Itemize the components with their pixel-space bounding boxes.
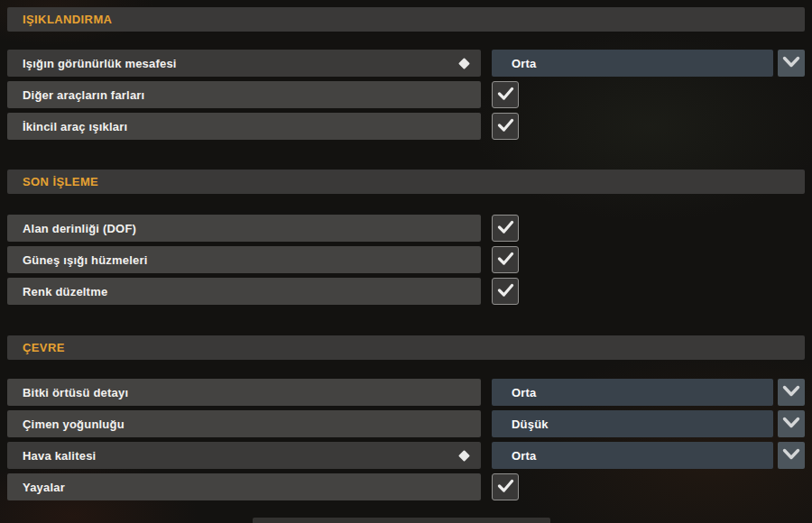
depth-of-field-checkbox[interactable] [492,215,519,242]
setting-control: Orta [492,442,805,469]
secondary-vehicle-lights-checkbox[interactable] [492,113,519,140]
setting-vegetation-detail[interactable]: Bitki örtüsü detayı [7,379,481,406]
setting-row: Işığın görünürlük mesafesi Orta [7,50,805,77]
setting-color-correction[interactable]: Renk düzeltme [7,278,481,305]
checkmark-icon [497,283,514,300]
section-lighting: IŞIKLANDIRMA Işığın görünürlük mesafesi … [7,7,805,140]
weather-quality-dropdown[interactable]: Orta [492,442,773,469]
section-title: SON İŞLEME [23,175,98,188]
setting-row: Çimen yoğunluğu Düşük [7,410,805,437]
setting-light-visibility-distance[interactable]: Işığın görünürlük mesafesi [7,50,481,77]
setting-sun-rays[interactable]: Güneş ışığı hüzmeleri [7,246,481,273]
dropdown-value: Orta [512,449,537,463]
setting-secondary-vehicle-lights[interactable]: İkincil araç ışıkları [7,113,481,140]
dropdown-value: Düşük [512,417,549,431]
setting-control: Düşük [492,410,805,437]
light-visibility-distance-dropdown[interactable]: Orta [492,50,773,77]
setting-label: Güneş ışığı hüzmeleri [23,253,148,267]
setting-label: Yayalar [23,481,65,494]
setting-pedestrians[interactable]: Yayalar [7,473,481,500]
setting-control: Orta [492,50,805,77]
dropdown-value: Orta [512,57,537,70]
checkmark-icon [497,87,514,104]
section-header-environment: ÇEVRE [7,335,805,360]
setting-label: Renk düzeltme [23,285,107,298]
color-correction-checkbox[interactable] [492,278,519,305]
checkmark-icon [497,220,514,237]
setting-control [492,113,519,140]
settings-screen: IŞIKLANDIRMA Işığın görünürlük mesafesi … [0,0,812,523]
setting-row: Yayalar [7,473,805,500]
dropdown-value: Orta [512,386,537,399]
checkmark-icon [497,479,514,496]
section-title: IŞIKLANDIRMA [23,13,112,26]
setting-control [492,215,519,242]
setting-label: Diğer araçların farları [23,88,144,102]
setting-row: Güneş ışığı hüzmeleri [7,246,805,273]
section-title: ÇEVRE [23,341,65,354]
setting-control [492,81,519,108]
section-environment: ÇEVRE Bitki örtüsü detayı Orta [7,335,805,500]
section-rows: Işığın görünürlük mesafesi Orta [7,50,805,140]
grass-density-dropdown[interactable]: Düşük [492,410,773,437]
chevron-down-icon [782,447,800,463]
setting-label: İkincil araç ışıkları [23,120,127,133]
setting-control [492,246,519,273]
setting-control [492,473,519,500]
checkmark-icon [497,252,514,269]
section-rows: Bitki örtüsü detayı Orta [7,379,805,500]
grass-density-dropdown-button[interactable] [778,410,805,437]
weather-quality-dropdown-button[interactable] [778,442,805,469]
setting-other-vehicle-headlights[interactable]: Diğer araçların farları [7,81,481,108]
vegetation-detail-dropdown[interactable]: Orta [492,379,773,406]
chevron-down-icon [782,416,800,432]
setting-control [492,278,519,305]
sun-rays-checkbox[interactable] [492,246,519,273]
setting-depth-of-field[interactable]: Alan derinliği (DOF) [7,215,481,242]
setting-row: Diğer araçların farları [7,81,805,108]
setting-control: Orta [492,379,805,406]
setting-row: Renk düzeltme [7,278,805,305]
chevron-down-icon [782,384,800,400]
section-header-lighting: IŞIKLANDIRMA [7,7,805,32]
setting-label: Işığın görünürlük mesafesi [23,57,177,70]
setting-label: Çimen yoğunluğu [23,417,125,431]
section-header-post-processing: SON İŞLEME [7,170,805,194]
setting-label: Bitki örtüsü detayı [23,386,128,399]
modified-diamond-icon [458,450,470,462]
section-rows: Alan derinliği (DOF) Güneş ışığı hüzmele… [7,215,805,305]
checkmark-icon [497,118,514,135]
pedestrians-checkbox[interactable] [492,473,519,500]
next-section-peek [253,518,550,523]
other-vehicle-headlights-checkbox[interactable] [492,81,519,108]
section-post-processing: SON İŞLEME Alan derinliği (DOF) [7,170,805,305]
setting-label: Alan derinliği (DOF) [23,222,136,235]
setting-row: Bitki örtüsü detayı Orta [7,379,805,406]
setting-weather-quality[interactable]: Hava kalitesi [7,442,481,469]
setting-row: İkincil araç ışıkları [7,113,805,140]
setting-row: Hava kalitesi Orta [7,442,805,469]
vegetation-detail-dropdown-button[interactable] [778,379,805,406]
setting-row: Alan derinliği (DOF) [7,215,805,242]
light-visibility-distance-dropdown-button[interactable] [778,50,805,77]
setting-grass-density[interactable]: Çimen yoğunluğu [7,410,481,437]
chevron-down-icon [782,55,800,71]
modified-diamond-icon [458,58,470,69]
settings-list: IŞIKLANDIRMA Işığın görünürlük mesafesi … [0,0,812,523]
setting-label: Hava kalitesi [23,449,96,463]
